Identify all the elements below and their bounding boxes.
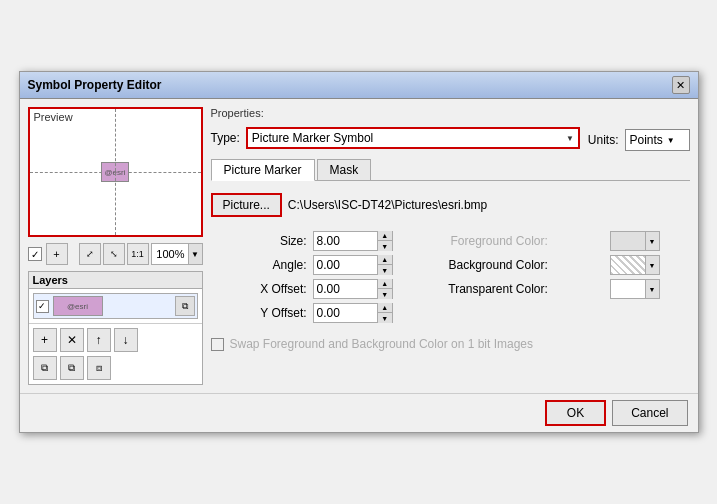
transparent-color-arrow[interactable]: ▼ (645, 280, 659, 298)
right-panel: Properties: Type: Picture Marker Symbol … (211, 107, 690, 385)
x-offset-spinners: ▲ ▼ (377, 279, 392, 299)
tabs-row: Picture Marker Mask (211, 159, 690, 181)
preview-symbol-text: @esri (104, 168, 125, 177)
zoom-out-button[interactable]: ⤢ (79, 243, 101, 265)
layers-buttons: + ✕ ↑ ↓ (29, 323, 202, 356)
cancel-button[interactable]: Cancel (612, 400, 687, 426)
size-spin-down[interactable]: ▼ (378, 241, 392, 251)
x-offset-spin-down[interactable]: ▼ (378, 289, 392, 299)
dialog-title: Symbol Property Editor (28, 78, 162, 92)
x-offset-input-box: ▲ ▼ (313, 279, 393, 299)
zoom-reset-button[interactable]: 1:1 (127, 243, 149, 265)
units-label: Units: (588, 133, 619, 147)
type-select[interactable]: Picture Marker Symbol ▼ (246, 127, 580, 149)
preview-symbol: @esri (101, 162, 129, 182)
units-select[interactable]: Points ▼ (625, 129, 690, 151)
symbol-property-editor-dialog: Symbol Property Editor ✕ Preview @esri ✓ (19, 71, 699, 433)
x-offset-spin-up[interactable]: ▲ (378, 279, 392, 289)
swap-label: Swap Foreground and Background Color on … (230, 337, 534, 351)
list-item[interactable]: ✓ @esri ⧉ (33, 293, 198, 319)
zoom-dropdown[interactable]: ▼ (188, 244, 202, 264)
y-offset-label: Y Offset: (211, 306, 307, 320)
left-panel: Preview @esri ✓ + ⤢ ⤡ 1:1 (28, 107, 203, 385)
zoom-value-box: 100% ▼ (151, 243, 203, 265)
type-units-row: Type: Picture Marker Symbol ▼ Units: Poi… (211, 127, 690, 153)
y-offset-spin-up[interactable]: ▲ (378, 303, 392, 313)
units-dropdown-arrow: ▼ (667, 136, 675, 145)
preview-checkbox[interactable]: ✓ (28, 247, 42, 261)
type-dropdown-arrow: ▼ (566, 134, 574, 143)
preview-box: Preview @esri (28, 107, 203, 237)
paste-layer-button[interactable]: ⧉ (60, 356, 84, 380)
swap-checkbox[interactable] (211, 338, 224, 351)
remove-layer-button[interactable]: ✕ (60, 328, 84, 352)
transparent-color-box[interactable]: ▼ (610, 279, 660, 299)
picture-row: Picture... C:\Users\ISC-DT42\Pictures\es… (211, 193, 690, 217)
add-layer-button[interactable]: + (46, 243, 68, 265)
transparent-color-label: Transparent Color: (399, 282, 548, 296)
angle-spinners: ▲ ▼ (377, 255, 392, 275)
type-select-value: Picture Marker Symbol (252, 131, 373, 145)
size-input[interactable] (314, 234, 377, 248)
paste-special-button[interactable]: ⧈ (87, 356, 111, 380)
foreground-color-box[interactable]: ▼ (610, 231, 660, 251)
move-down-button[interactable]: ↓ (114, 328, 138, 352)
size-input-box: ▲ ▼ (313, 231, 393, 251)
foreground-color-label: Foreground Color: (399, 234, 548, 248)
picture-button[interactable]: Picture... (211, 193, 282, 217)
tab-mask[interactable]: Mask (317, 159, 372, 180)
swap-checkbox-row: Swap Foreground and Background Color on … (211, 337, 690, 351)
ok-button[interactable]: OK (545, 400, 606, 426)
angle-spin-down[interactable]: ▼ (378, 265, 392, 275)
layer-icon: ⧉ (175, 296, 195, 316)
size-spin-up[interactable]: ▲ (378, 231, 392, 241)
y-offset-input-box: ▲ ▼ (313, 303, 393, 323)
layers-section: Layers ✓ @esri ⧉ + ✕ ↑ ↓ (28, 271, 203, 385)
units-value: Points (630, 133, 663, 147)
dialog-body: Preview @esri ✓ + ⤢ ⤡ 1:1 (20, 99, 698, 393)
transparent-color-swatch (611, 280, 645, 298)
layers-content: ✓ @esri ⧉ (29, 289, 202, 323)
title-bar: Symbol Property Editor ✕ (20, 72, 698, 99)
layer-checkbox[interactable]: ✓ (36, 300, 49, 313)
properties-grid: Size: ▲ ▼ Foreground Color: ▼ Angle: (211, 231, 690, 323)
move-up-button[interactable]: ↑ (87, 328, 111, 352)
angle-input-box: ▲ ▼ (313, 255, 393, 275)
background-color-box[interactable]: ▼ (610, 255, 660, 275)
angle-input[interactable] (314, 258, 377, 272)
foreground-color-swatch (611, 232, 645, 250)
tab-picture-marker[interactable]: Picture Marker (211, 159, 315, 181)
type-label: Type: (211, 131, 240, 145)
zoom-value: 100% (152, 248, 188, 260)
add-layer-button[interactable]: + (33, 328, 57, 352)
dialog-footer: OK Cancel (20, 393, 698, 432)
properties-label: Properties: (211, 107, 690, 119)
preview-symbol-image: @esri (101, 162, 129, 182)
y-offset-spinners: ▲ ▼ (377, 303, 392, 323)
type-row: Type: Picture Marker Symbol ▼ (211, 127, 580, 149)
copy-layer-button[interactable]: ⧉ (33, 356, 57, 380)
zoom-fit-button[interactable]: ⤡ (103, 243, 125, 265)
layers-header: Layers (29, 272, 202, 289)
angle-spin-up[interactable]: ▲ (378, 255, 392, 265)
layer-text: @esri (67, 302, 88, 311)
layer-thumbnail: @esri (53, 296, 103, 316)
size-label: Size: (211, 234, 307, 248)
size-spinners: ▲ ▼ (377, 231, 392, 251)
preview-canvas: @esri (30, 109, 201, 235)
background-color-swatch (611, 256, 645, 274)
background-color-label: Background Color: (399, 258, 548, 272)
zoom-controls: ⤢ ⤡ 1:1 100% ▼ (79, 243, 203, 265)
preview-controls: ✓ + ⤢ ⤡ 1:1 100% ▼ (28, 243, 203, 265)
angle-label: Angle: (211, 258, 307, 272)
units-row: Units: Points ▼ (588, 129, 690, 151)
y-offset-input[interactable] (314, 306, 377, 320)
x-offset-label: X Offset: (211, 282, 307, 296)
layers-extra-buttons: ⧉ ⧉ ⧈ (29, 356, 202, 384)
picture-path: C:\Users\ISC-DT42\Pictures\esri.bmp (288, 198, 487, 212)
close-button[interactable]: ✕ (672, 76, 690, 94)
foreground-color-arrow[interactable]: ▼ (645, 232, 659, 250)
x-offset-input[interactable] (314, 282, 377, 296)
background-color-arrow[interactable]: ▼ (645, 256, 659, 274)
y-offset-spin-down[interactable]: ▼ (378, 313, 392, 323)
